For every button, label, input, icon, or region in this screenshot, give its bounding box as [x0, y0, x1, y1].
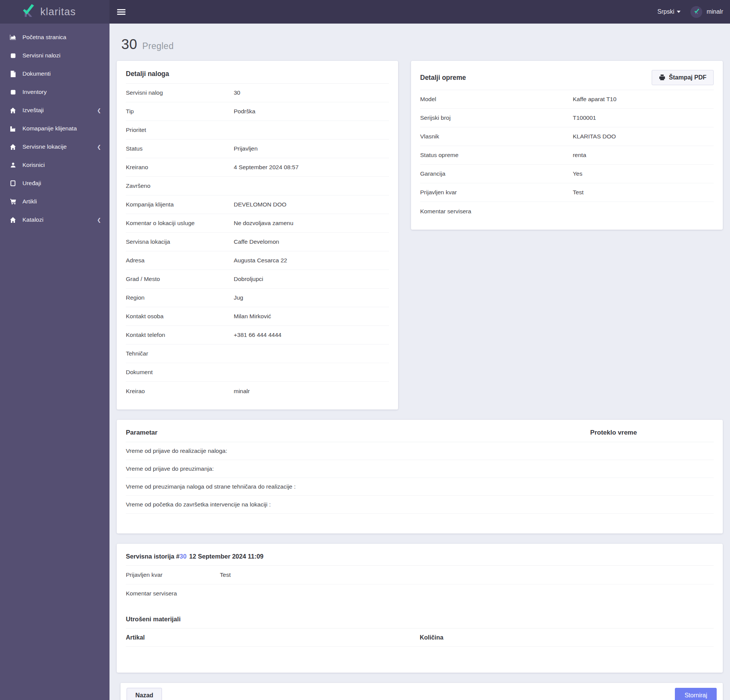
- service-history-card: Servisna istorija #3012 September 2024 1…: [117, 544, 723, 673]
- detail-row: Kompanija klijentaDEVELOMON DOO: [126, 195, 389, 214]
- sidebar-item-label: Katalozi: [22, 216, 91, 223]
- parameter-row: Vreme od prijave do realizacije naloga:: [126, 442, 714, 460]
- main-content: 30 Pregled Detalji naloga Servisni nalog…: [110, 0, 730, 700]
- print-pdf-button[interactable]: Štampaj PDF: [652, 70, 714, 85]
- materials-col1-header: Artikal: [126, 634, 420, 641]
- detail-row: TipPodrška: [126, 102, 389, 121]
- home-icon: [9, 107, 17, 114]
- home-icon: [9, 144, 17, 150]
- equipment-details-card: Detalji opreme Štampaj PDF ModelKaffe ap…: [411, 61, 723, 230]
- sidebar-item-label: Artikli: [22, 198, 101, 205]
- detail-row: Servisni nalog30: [126, 84, 389, 102]
- page-subtitle: Pregled: [142, 41, 174, 51]
- sidebar-item-izvestaji[interactable]: Izveštaji ❮: [0, 101, 110, 119]
- order-number-heading: 30: [121, 37, 137, 52]
- parameter-row: Vreme od preuzimanja naloga od strane te…: [126, 478, 714, 496]
- sidebar-item-servisni-nalozi[interactable]: Servisni nalozi: [0, 46, 110, 65]
- order-details-title: Detalji naloga: [126, 70, 389, 84]
- page-title: 30 Pregled: [121, 37, 723, 52]
- parameters-col2-header: Proteklo vreme: [590, 429, 714, 437]
- back-button[interactable]: Nazad: [127, 688, 162, 700]
- sidebar-item-inventory[interactable]: Inventory: [0, 83, 110, 101]
- service-history-title: Servisna istorija #3012 September 2024 1…: [126, 553, 714, 566]
- detail-row: VlasnikKLARITAS DOO: [420, 127, 714, 146]
- user-icon: [9, 162, 17, 168]
- detail-row: Prioritet: [126, 121, 389, 140]
- sidebar-item-pocetna-stranica[interactable]: Početna stranica: [0, 28, 110, 46]
- detail-row: Kreiraominalr: [126, 382, 389, 400]
- klaritas-logo-icon: [20, 4, 36, 20]
- materials-col2-header: Količina: [420, 634, 443, 641]
- sidebar-item-label: Inventory: [22, 89, 101, 95]
- sidebar-item-label: Izveštaji: [22, 107, 91, 114]
- avatar: [690, 6, 702, 18]
- industry-icon: [9, 125, 17, 132]
- parameter-row: Vreme od prijave do preuzimanja:: [126, 460, 714, 478]
- sidebar-item-label: Servisne lokacije: [22, 143, 91, 150]
- sidebar-item-artikli[interactable]: Artikli: [0, 192, 110, 211]
- sidebar-item-label: Komapanije klijenata: [22, 125, 101, 132]
- detail-row: Serijski brojT100001: [420, 109, 714, 127]
- printer-icon: [659, 75, 665, 81]
- sidebar-item-uredjaji[interactable]: Uređaji: [0, 174, 110, 192]
- parameter-row: Vreme od početka do završetka intervenci…: [126, 496, 714, 514]
- language-label: Srpski: [657, 8, 674, 15]
- document-icon: [9, 71, 17, 77]
- language-dropdown[interactable]: Srpski: [657, 8, 681, 15]
- chart-area-icon: [9, 34, 17, 41]
- hamburger-menu-icon[interactable]: [117, 8, 125, 16]
- tablet-icon: [9, 180, 17, 186]
- sidebar-item-komapanije-klijenata[interactable]: Komapanije klijenata: [0, 119, 110, 138]
- parameters-card: Parametar Proteklo vreme Vreme od prijav…: [117, 420, 723, 533]
- detail-row: Grad / MestoDobroljupci: [126, 270, 389, 289]
- equipment-details-title: Detalji opreme: [420, 74, 466, 82]
- sidebar-item-label: Korisnici: [22, 162, 101, 168]
- sidebar: Početna stranica Servisni nalozi Dokumen…: [0, 24, 110, 700]
- sidebar-item-servisne-lokacije[interactable]: Servisne lokacije ❮: [0, 138, 110, 156]
- top-navbar: klaritas Srpski minalr: [0, 0, 730, 24]
- chevron-down-icon: [677, 11, 681, 13]
- detail-row: RegionJug: [126, 289, 389, 307]
- history-row: Prijavljen kvarTest: [126, 566, 714, 584]
- detail-row: Prijavljen kvarTest: [420, 183, 714, 202]
- sidebar-item-label: Uređaji: [22, 180, 101, 187]
- square-icon: [9, 89, 17, 95]
- brand-name: klaritas: [40, 6, 76, 18]
- chevron-left-icon: ❮: [97, 217, 101, 223]
- materials-title: Utrošeni materijali: [126, 616, 714, 629]
- square-icon: [9, 53, 17, 59]
- detail-row: Kreirano4 September 2024 08:57: [126, 158, 389, 177]
- sidebar-item-label: Početna stranica: [22, 34, 101, 41]
- user-menu[interactable]: minalr: [690, 6, 723, 18]
- sidebar-item-label: Dokumenti: [22, 70, 101, 77]
- cancel-order-button[interactable]: Storniraj: [675, 688, 717, 700]
- detail-row: Kontakt osobaMilan Mirković: [126, 307, 389, 326]
- username-label: minalr: [706, 8, 723, 15]
- brand[interactable]: klaritas: [0, 0, 110, 24]
- detail-row: Komentar o lokaciji uslugeNe dozvoljava …: [126, 214, 389, 233]
- sidebar-item-katalozi[interactable]: Katalozi ❮: [0, 211, 110, 229]
- detail-row: Tehničar: [126, 344, 389, 363]
- order-details-card: Detalji naloga Servisni nalog30 TipPodrš…: [117, 61, 398, 410]
- detail-row: Komentar servisera: [420, 202, 714, 221]
- detail-row: Servisna lokacijaCaffe Develomon: [126, 233, 389, 251]
- detail-row: AdresaAugusta Cesarca 22: [126, 251, 389, 270]
- sidebar-item-korisnici[interactable]: Korisnici: [0, 156, 110, 174]
- chevron-left-icon: ❮: [97, 108, 101, 113]
- cart-icon: [9, 198, 17, 205]
- history-order-link[interactable]: 30: [179, 553, 186, 560]
- sidebar-item-label: Servisni nalozi: [22, 52, 101, 59]
- detail-row: GarancijaYes: [420, 165, 714, 183]
- detail-row: Dokument: [126, 363, 389, 382]
- chevron-left-icon: ❮: [97, 144, 101, 150]
- history-row: Komentar servisera: [126, 584, 714, 607]
- detail-row: Kontakt telefon+381 66 444 4444: [126, 326, 389, 344]
- detail-row: Završeno: [126, 177, 389, 195]
- sidebar-item-dokumenti[interactable]: Dokumenti: [0, 65, 110, 83]
- detail-row: ModelKaffe aparat T10: [420, 90, 714, 109]
- parameters-col1-header: Parametar: [126, 429, 590, 437]
- detail-row: Status opremerenta: [420, 146, 714, 165]
- detail-row: StatusPrijavljen: [126, 140, 389, 158]
- home-icon: [9, 217, 17, 223]
- footer-actions: Nazad Storniraj: [121, 683, 723, 700]
